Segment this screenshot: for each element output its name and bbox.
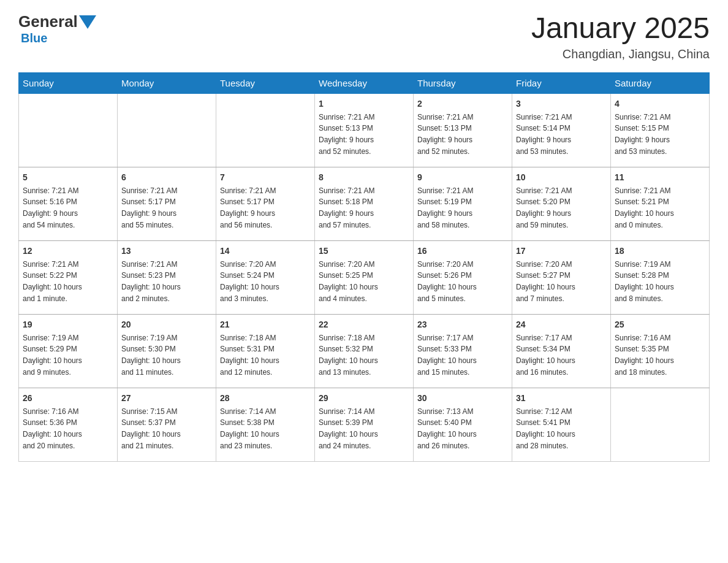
day-number: 31: [516, 392, 607, 405]
day-number: 27: [121, 392, 212, 405]
calendar-cell: 1Sunrise: 7:21 AMSunset: 5:13 PMDaylight…: [315, 93, 414, 167]
logo-area: General Blue: [18, 12, 97, 45]
calendar-cell: 14Sunrise: 7:20 AMSunset: 5:24 PMDayligh…: [216, 240, 315, 314]
header-day-saturday: Saturday: [611, 72, 710, 93]
title-area: January 2025 Changdian, Jiangsu, China: [531, 12, 710, 61]
calendar-week-row: 12Sunrise: 7:21 AMSunset: 5:22 PMDayligh…: [19, 240, 710, 314]
calendar-cell: 23Sunrise: 7:17 AMSunset: 5:33 PMDayligh…: [414, 314, 512, 388]
header-day-thursday: Thursday: [414, 72, 512, 93]
header-day-friday: Friday: [512, 72, 611, 93]
day-info: Sunrise: 7:19 AMSunset: 5:30 PMDaylight:…: [121, 332, 212, 378]
day-info: Sunrise: 7:13 AMSunset: 5:40 PMDaylight:…: [417, 406, 508, 451]
calendar-cell: 27Sunrise: 7:15 AMSunset: 5:37 PMDayligh…: [118, 388, 216, 461]
header-area: General Blue January 2025 Changdian, Jia…: [18, 12, 710, 61]
calendar-cell: 5Sunrise: 7:21 AMSunset: 5:16 PMDaylight…: [19, 167, 118, 240]
day-number: 22: [319, 318, 409, 331]
calendar-cell: 31Sunrise: 7:12 AMSunset: 5:41 PMDayligh…: [512, 388, 611, 461]
calendar-week-row: 5Sunrise: 7:21 AMSunset: 5:16 PMDaylight…: [19, 167, 710, 240]
day-number: 15: [319, 245, 409, 258]
day-info: Sunrise: 7:21 AMSunset: 5:18 PMDaylight:…: [319, 185, 409, 231]
day-info: Sunrise: 7:20 AMSunset: 5:26 PMDaylight:…: [417, 259, 508, 304]
day-info: Sunrise: 7:12 AMSunset: 5:41 PMDaylight:…: [516, 406, 607, 451]
day-number: 10: [516, 171, 607, 184]
calendar-cell: 12Sunrise: 7:21 AMSunset: 5:22 PMDayligh…: [19, 240, 118, 314]
day-info: Sunrise: 7:14 AMSunset: 5:38 PMDaylight:…: [220, 406, 311, 451]
calendar-cell: 21Sunrise: 7:18 AMSunset: 5:31 PMDayligh…: [216, 314, 315, 388]
day-info: Sunrise: 7:18 AMSunset: 5:31 PMDaylight:…: [220, 332, 311, 378]
logo-blue-text: Blue: [21, 31, 47, 45]
calendar-cell: 28Sunrise: 7:14 AMSunset: 5:38 PMDayligh…: [216, 388, 315, 461]
calendar-cell: 15Sunrise: 7:20 AMSunset: 5:25 PMDayligh…: [315, 240, 414, 314]
day-number: 12: [23, 245, 113, 258]
day-info: Sunrise: 7:16 AMSunset: 5:35 PMDaylight:…: [615, 332, 705, 378]
day-number: 11: [615, 171, 705, 184]
calendar-cell: 30Sunrise: 7:13 AMSunset: 5:40 PMDayligh…: [414, 388, 512, 461]
day-info: Sunrise: 7:14 AMSunset: 5:39 PMDaylight:…: [319, 406, 409, 451]
day-number: 3: [516, 98, 607, 110]
calendar-week-row: 1Sunrise: 7:21 AMSunset: 5:13 PMDaylight…: [19, 93, 710, 167]
day-number: 21: [220, 318, 311, 331]
day-number: 17: [516, 245, 607, 258]
calendar-cell: 17Sunrise: 7:20 AMSunset: 5:27 PMDayligh…: [512, 240, 611, 314]
day-info: Sunrise: 7:21 AMSunset: 5:22 PMDaylight:…: [23, 259, 113, 304]
day-number: 14: [220, 245, 311, 258]
day-info: Sunrise: 7:21 AMSunset: 5:14 PMDaylight:…: [516, 112, 607, 157]
calendar-week-row: 19Sunrise: 7:19 AMSunset: 5:29 PMDayligh…: [19, 314, 710, 388]
day-number: 30: [417, 392, 508, 405]
calendar-cell: 20Sunrise: 7:19 AMSunset: 5:30 PMDayligh…: [118, 314, 216, 388]
day-number: 29: [319, 392, 409, 405]
day-info: Sunrise: 7:21 AMSunset: 5:20 PMDaylight:…: [516, 185, 607, 231]
day-number: 18: [615, 245, 705, 258]
day-number: 24: [516, 318, 607, 331]
calendar-table: SundayMondayTuesdayWednesdayThursdayFrid…: [18, 72, 710, 462]
calendar-cell: 4Sunrise: 7:21 AMSunset: 5:15 PMDaylight…: [611, 93, 710, 167]
calendar-subtitle: Changdian, Jiangsu, China: [531, 47, 710, 61]
header-day-monday: Monday: [118, 72, 216, 93]
calendar-cell: 18Sunrise: 7:19 AMSunset: 5:28 PMDayligh…: [611, 240, 710, 314]
day-info: Sunrise: 7:21 AMSunset: 5:13 PMDaylight:…: [319, 112, 409, 157]
svg-marker-0: [79, 15, 96, 29]
calendar-cell: [216, 93, 315, 167]
day-info: Sunrise: 7:15 AMSunset: 5:37 PMDaylight:…: [121, 406, 212, 451]
calendar-cell: 7Sunrise: 7:21 AMSunset: 5:17 PMDaylight…: [216, 167, 315, 240]
day-info: Sunrise: 7:21 AMSunset: 5:17 PMDaylight:…: [121, 185, 212, 231]
header-day-wednesday: Wednesday: [315, 72, 414, 93]
day-number: 13: [121, 245, 212, 258]
logo-general: General: [18, 12, 78, 31]
calendar-title: January 2025: [531, 12, 710, 45]
day-number: 23: [417, 318, 508, 331]
day-info: Sunrise: 7:21 AMSunset: 5:23 PMDaylight:…: [121, 259, 212, 304]
day-number: 19: [23, 318, 113, 331]
calendar-cell: 19Sunrise: 7:19 AMSunset: 5:29 PMDayligh…: [19, 314, 118, 388]
calendar-cell: 9Sunrise: 7:21 AMSunset: 5:19 PMDaylight…: [414, 167, 512, 240]
day-info: Sunrise: 7:21 AMSunset: 5:16 PMDaylight:…: [23, 185, 113, 231]
day-info: Sunrise: 7:21 AMSunset: 5:19 PMDaylight:…: [417, 185, 508, 231]
calendar-cell: [118, 93, 216, 167]
calendar-cell: [611, 388, 710, 461]
day-number: 1: [319, 98, 409, 110]
day-info: Sunrise: 7:20 AMSunset: 5:25 PMDaylight:…: [319, 259, 409, 304]
calendar-cell: [19, 93, 118, 167]
day-number: 6: [121, 171, 212, 184]
calendar-cell: 6Sunrise: 7:21 AMSunset: 5:17 PMDaylight…: [118, 167, 216, 240]
day-info: Sunrise: 7:21 AMSunset: 5:13 PMDaylight:…: [417, 112, 508, 157]
day-info: Sunrise: 7:21 AMSunset: 5:15 PMDaylight:…: [615, 112, 705, 157]
day-number: 2: [417, 98, 508, 110]
calendar-cell: 29Sunrise: 7:14 AMSunset: 5:39 PMDayligh…: [315, 388, 414, 461]
day-info: Sunrise: 7:19 AMSunset: 5:28 PMDaylight:…: [615, 259, 705, 304]
day-info: Sunrise: 7:20 AMSunset: 5:27 PMDaylight:…: [516, 259, 607, 304]
calendar-cell: 11Sunrise: 7:21 AMSunset: 5:21 PMDayligh…: [611, 167, 710, 240]
day-info: Sunrise: 7:21 AMSunset: 5:17 PMDaylight:…: [220, 185, 311, 231]
day-info: Sunrise: 7:20 AMSunset: 5:24 PMDaylight:…: [220, 259, 311, 304]
day-number: 16: [417, 245, 508, 258]
header-day-tuesday: Tuesday: [216, 72, 315, 93]
day-number: 7: [220, 171, 311, 184]
calendar-cell: 3Sunrise: 7:21 AMSunset: 5:14 PMDaylight…: [512, 93, 611, 167]
calendar-cell: 2Sunrise: 7:21 AMSunset: 5:13 PMDaylight…: [414, 93, 512, 167]
day-number: 26: [23, 392, 113, 405]
day-info: Sunrise: 7:17 AMSunset: 5:34 PMDaylight:…: [516, 332, 607, 378]
calendar-cell: 16Sunrise: 7:20 AMSunset: 5:26 PMDayligh…: [414, 240, 512, 314]
day-info: Sunrise: 7:18 AMSunset: 5:32 PMDaylight:…: [319, 332, 409, 378]
day-info: Sunrise: 7:16 AMSunset: 5:36 PMDaylight:…: [23, 406, 113, 451]
calendar-cell: 24Sunrise: 7:17 AMSunset: 5:34 PMDayligh…: [512, 314, 611, 388]
